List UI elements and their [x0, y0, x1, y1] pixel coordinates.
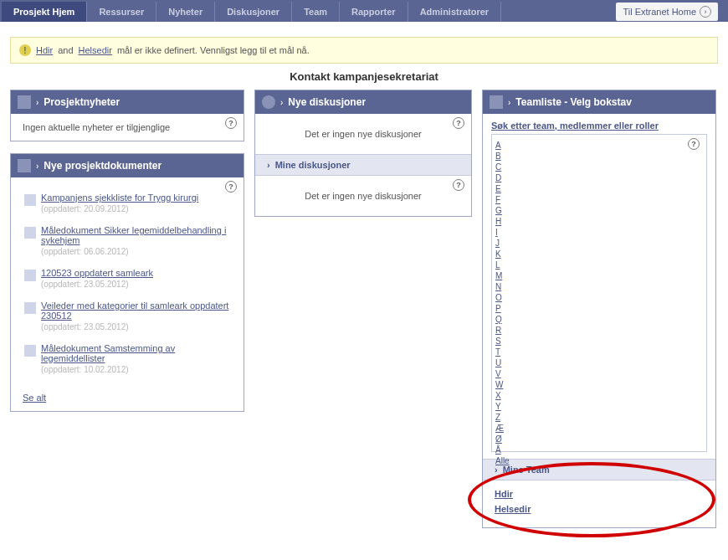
help-icon[interactable]: ?: [225, 117, 237, 129]
alpha-letter[interactable]: B: [495, 151, 703, 162]
panel-nye-prosjektdokumenter: › Nye prosjektdokumenter ? Kampanjens sj…: [10, 153, 244, 412]
file-icon: [24, 227, 36, 239]
file-icon: [24, 345, 36, 357]
panel-title: Nye diskusjoner: [288, 96, 366, 108]
alpha-letter[interactable]: T: [495, 347, 703, 357]
arrow-right-icon: ›: [700, 6, 711, 18]
doc-meta: (oppdatert: 20.09.2012): [41, 204, 230, 213]
extranet-home-link[interactable]: Til Extranet Home ›: [616, 3, 718, 21]
help-icon[interactable]: ?: [453, 117, 464, 129]
doc-list-item: Måledokument Samstemming av legemiddelli…: [24, 340, 230, 383]
doc-meta: (oppdatert: 06.06.2012): [41, 247, 230, 256]
alpha-letter[interactable]: D: [495, 172, 703, 183]
alpha-letter[interactable]: H: [495, 216, 703, 227]
alpha-letter[interactable]: C: [495, 162, 703, 172]
alpha-letter[interactable]: Æ: [495, 423, 703, 434]
people-icon: [490, 95, 503, 109]
team-link[interactable]: Hdir: [495, 489, 704, 499]
panel-prosjektnyheter: › Prosjektnyheter ? Ingen aktuelle nyhet…: [10, 90, 244, 141]
tab-ressurser[interactable]: Ressurser: [87, 2, 156, 22]
page-title: Kontakt kampanjesekretariat: [0, 70, 728, 83]
chevron-right-icon: ›: [280, 98, 283, 107]
speech-bubble-icon: [262, 95, 275, 109]
alpha-letter[interactable]: G: [495, 205, 703, 216]
sub-header-mine-disc[interactable]: › Mine diskusjoner: [255, 154, 471, 176]
notice-link-hdir[interactable]: Hdir: [36, 45, 53, 55]
file-icon: [24, 302, 36, 314]
alpha-letter[interactable]: Q: [495, 314, 703, 325]
extranet-home-label: Til Extranet Home: [623, 7, 696, 17]
doc-meta: (oppdatert: 10.02.2012): [41, 365, 230, 374]
alpha-letter[interactable]: X: [495, 390, 703, 401]
tab-diskusjoner[interactable]: Diskusjoner: [215, 2, 292, 22]
doc-list-item: Måledokument Sikker legemiddelbehandling…: [24, 222, 230, 265]
notice-and: and: [58, 45, 73, 55]
alpha-letter[interactable]: Ø: [495, 434, 703, 444]
help-icon[interactable]: ?: [453, 179, 464, 191]
alpha-letter[interactable]: U: [495, 357, 703, 368]
alpha-letter[interactable]: A: [495, 140, 703, 151]
alpha-letter[interactable]: V: [495, 368, 703, 379]
tab-administratorer[interactable]: Administratorer: [408, 2, 502, 22]
doc-meta: (oppdatert: 23.05.2012): [41, 322, 230, 331]
alpha-letter[interactable]: E: [495, 183, 703, 194]
alpha-letter[interactable]: Alle: [495, 455, 703, 466]
panel-diskusjoner: › Nye diskusjoner ? Det er ingen nye dis…: [254, 90, 472, 217]
see-all-link[interactable]: Se alt: [23, 393, 46, 403]
notice-link-helsedir[interactable]: Helsedir: [79, 45, 112, 55]
doc-link[interactable]: Veileder med kategorier til samleark opp…: [41, 301, 228, 321]
alpha-letter[interactable]: Å: [495, 444, 703, 455]
panel-header-docs[interactable]: › Nye prosjektdokumenter: [11, 154, 244, 177]
chevron-right-icon: ›: [267, 160, 270, 170]
sub-title: Mine diskusjoner: [275, 160, 351, 170]
alpha-letter[interactable]: M: [495, 270, 703, 281]
help-icon[interactable]: ?: [688, 138, 700, 150]
alpha-letter[interactable]: Z: [495, 412, 703, 423]
team-search-link[interactable]: Søk etter team, medlemmer eller roller: [491, 121, 707, 131]
alpha-letter[interactable]: J: [495, 238, 703, 249]
warning-icon: !: [19, 44, 31, 56]
news-empty-text: Ingen aktuelle nyheter er tilgjenglige: [23, 122, 232, 132]
panel-title: Prosjektnyheter: [44, 96, 120, 108]
new-disc-empty: Det er ingen nye diskusjoner: [305, 129, 421, 139]
alpha-letter[interactable]: R: [495, 325, 703, 336]
doc-list-item: Veileder med kategorier til samleark opp…: [24, 297, 230, 340]
alpha-letter[interactable]: W: [495, 379, 703, 390]
tab-team[interactable]: Team: [292, 2, 340, 22]
doc-link[interactable]: Måledokument Samstemming av legemiddelli…: [41, 343, 175, 363]
alpha-letter[interactable]: F: [495, 194, 703, 205]
doc-link[interactable]: Kampanjens sjekkliste for Trygg kirurgi: [41, 193, 198, 203]
panel-header-new-disc[interactable]: › Nye diskusjoner: [255, 90, 471, 114]
file-icon: [24, 194, 36, 206]
panel-header-news[interactable]: › Prosjektnyheter: [11, 90, 244, 114]
file-icon: [24, 270, 36, 281]
tab-prosjekt-hjem[interactable]: Prosjekt Hjem: [2, 2, 87, 22]
doc-meta: (oppdatert: 23.05.2012): [41, 280, 230, 289]
alpha-letter[interactable]: O: [495, 292, 703, 303]
notice-text: mål er ikke definert. Vennligst legg til…: [117, 45, 310, 55]
panel-title: Teamliste - Velg bokstav: [515, 96, 632, 108]
tab-rapporter[interactable]: Rapporter: [340, 2, 408, 22]
chevron-right-icon: ›: [36, 98, 38, 107]
team-link[interactable]: Helsedir: [495, 504, 704, 514]
mine-disc-empty: Det er ingen nye diskusjoner: [305, 191, 421, 201]
alpha-letter[interactable]: K: [495, 249, 703, 259]
chevron-right-icon: ›: [508, 98, 510, 107]
panel-teamliste: › Teamliste - Velg bokstav Søk etter tea…: [482, 90, 716, 528]
alpha-letter[interactable]: I: [495, 227, 703, 238]
notice-bar: ! Hdir and Helsedir mål er ikke definert…: [10, 37, 718, 64]
alpha-letter[interactable]: L: [495, 259, 703, 270]
doc-link[interactable]: Måledokument Sikker legemiddelbehandling…: [41, 225, 226, 245]
panel-title: Nye prosjektdokumenter: [44, 160, 161, 172]
doc-link[interactable]: 120523 oppdatert samleark: [41, 268, 153, 278]
alpha-letter[interactable]: P: [495, 303, 703, 314]
tab-nyheter[interactable]: Nyheter: [156, 2, 215, 22]
doc-list-item: 120523 oppdatert samleark(oppdatert: 23.…: [24, 265, 230, 297]
alpha-letter[interactable]: N: [495, 281, 703, 292]
news-icon: [18, 95, 31, 109]
alpha-letter[interactable]: S: [495, 336, 703, 347]
alpha-letter[interactable]: Y: [495, 401, 703, 412]
help-icon[interactable]: ?: [225, 181, 237, 193]
doc-list-item: Kampanjens sjekkliste for Trygg kirurgi(…: [24, 189, 230, 222]
panel-header-teamliste[interactable]: › Teamliste - Velg bokstav: [483, 90, 715, 114]
